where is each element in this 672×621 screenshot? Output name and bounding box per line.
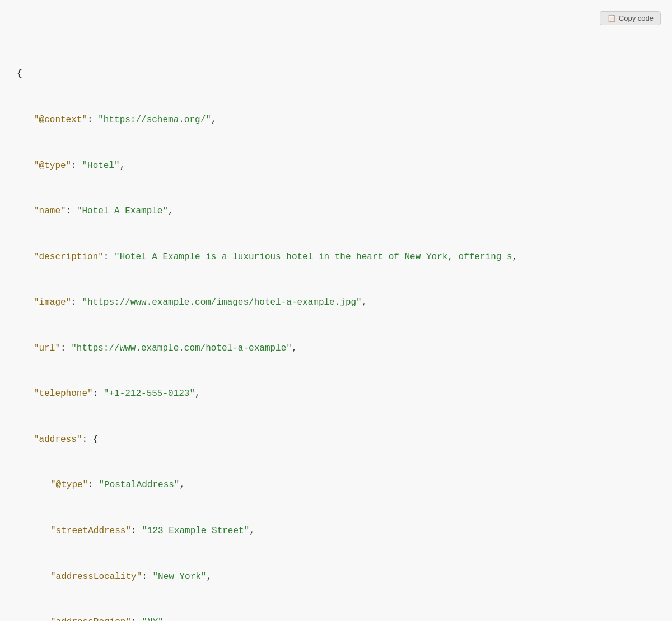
type-line: "@type": "Hotel", [17,158,661,174]
address-locality-key: "addressLocality" [50,572,142,582]
description-key: "description" [34,252,104,262]
telephone-value: "+1-212-555-0123" [104,389,195,399]
top-bar: 📋 Copy code [11,11,672,31]
street-address-line: "streetAddress": "123 Example Street", [17,524,661,539]
address-region-value: "NY" [142,617,163,621]
address-type-line: "@type": "PostalAddress", [17,478,661,493]
street-address-value: "123 Example Street" [142,526,249,536]
type-key: "@type" [34,161,71,171]
telephone-line: "telephone": "+1-212-555-0123", [17,386,661,401]
address-open-line: "address": { [17,432,661,447]
json-viewer: { "@context": "https://schema.org/", "@t… [11,31,672,621]
address-type-key: "@type" [50,480,88,490]
type-value: "Hotel" [82,161,119,171]
name-line: "name": "Hotel A Example", [17,204,661,219]
description-value: "Hotel A Example is a luxurious hotel in… [114,252,512,262]
main-container: 📋 Copy code { "@context": "https://schem… [0,0,672,621]
copy-button-label: Copy code [619,14,654,22]
address-locality-line: "addressLocality": "New York", [17,569,661,585]
image-key: "image" [34,297,71,307]
url-line: "url": "https://www.example.com/hotel-a-… [17,341,661,356]
image-value: "https://www.example.com/images/hotel-a-… [82,297,361,307]
image-line: "image": "https://www.example.com/images… [17,295,661,310]
address-region-key: "addressRegion" [50,617,131,621]
context-value: "https://schema.org/" [98,115,211,125]
url-value: "https://www.example.com/hotel-a-example… [71,343,292,353]
address-locality-value: "New York" [152,572,206,582]
name-key: "name" [34,206,66,216]
address-type-value: "PostalAddress" [99,480,179,490]
url-key: "url" [34,343,60,353]
name-value: "Hotel A Example" [77,206,168,216]
open-brace-line: { [17,67,661,82]
telephone-key: "telephone" [34,389,93,399]
address-region-line: "addressRegion": "NY", [17,615,661,621]
description-line: "description": "Hotel A Example is a lux… [17,250,661,265]
context-key: "@context" [34,115,87,125]
context-line: "@context": "https://schema.org/", [17,113,661,128]
street-address-key: "streetAddress" [50,526,131,536]
copy-code-button[interactable]: 📋 Copy code [600,11,661,25]
copy-icon: 📋 [607,14,616,22]
address-key: "address" [34,435,82,445]
